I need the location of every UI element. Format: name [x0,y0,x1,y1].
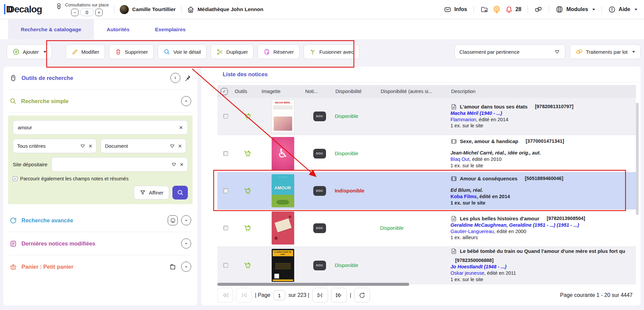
row-checkbox[interactable] [223,226,228,230]
page-label: | Page [255,292,270,298]
notice-title[interactable]: L'amour dans tous ses états [460,103,528,110]
first-page-button[interactable] [236,288,252,303]
supprimer-button[interactable]: Supprimer [109,44,154,59]
rewind-button[interactable] [217,288,233,303]
add-to-cart-icon[interactable] [244,150,252,158]
voir-detail-button[interactable]: Voir le détail [158,44,207,59]
expand-section-button[interactable] [181,215,191,225]
row-checkbox[interactable] [223,114,228,119]
add-to-cart-icon[interactable] [244,262,252,269]
collapse-panel-button[interactable] [170,73,180,83]
ajouter-button[interactable]: Ajouter [7,44,52,59]
author-link[interactable]: Jo Hoestlandt (1948 - ...) [450,264,634,270]
fusionner-button[interactable]: Fusionner avec [304,44,360,59]
table-row[interactable]: DOC Disponible Les plus belles histoires… [217,210,636,247]
consultations-count-input[interactable] [80,8,94,16]
publisher-link[interactable]: Gautier-Languereau [450,229,494,234]
table-row-selected[interactable]: — — — — AMOUR DOC Indisponible Amour & c… [217,172,636,210]
broadcast-icon[interactable] [493,5,501,13]
pin-icon[interactable] [184,74,191,82]
dupliquer-button[interactable]: Dupliquer [211,44,254,59]
saved-searches-button[interactable] [168,215,178,225]
plus-circle-icon [12,48,20,55]
refresh-button[interactable] [354,288,370,303]
affiner-button[interactable]: Affiner [134,186,169,200]
expand-section-button[interactable] [181,238,191,249]
clear-site-icon[interactable]: × [180,161,183,168]
recherche-simple-header[interactable]: Recherche simple [3,90,197,113]
page-number-input[interactable] [273,290,285,300]
envelope-icon [444,6,451,13]
cover-thumbnail[interactable]: Le bébé tombé du train [272,249,294,282]
table-row[interactable]: MACHA MÉRIL DOC Disponible L'amour dans … [217,98,636,135]
search-submit-button[interactable] [172,186,188,200]
chevron-down-icon [635,9,637,10]
notice-title[interactable]: Le bébé tombé du train ou Quand l'amour … [460,248,625,255]
add-to-cart-icon[interactable] [244,187,252,195]
notice-title[interactable]: Amour & conséquences [460,175,518,182]
current-user-menu[interactable]: Camille Tourtillier [120,5,176,14]
author-link[interactable]: Macha Méril (1940 - ...) [450,110,634,117]
history-icon [9,217,17,224]
dernieres-notices-header[interactable]: Dernières notices modifiées [3,232,197,255]
mouse-icon [9,74,17,82]
row-checkbox[interactable] [223,188,228,193]
folder-cloud-icon[interactable] [480,5,488,13]
current-site-menu[interactable]: Médiathèque John Lennon [187,6,263,13]
chevron-down-icon [44,51,46,53]
doctype-select[interactable]: Document × [101,139,186,153]
copies-info: 1 ex. sur le site [450,276,634,283]
cover-thumbnail[interactable]: — — — — AMOUR [272,174,294,207]
modifier-button[interactable]: Modifier [66,44,105,59]
link-icon[interactable] [534,5,542,13]
author-link[interactable]: Geraldine McCaughrean, Geraldine (1951 -… [450,222,634,228]
page-total-label: sur 223 | [288,292,309,298]
notice-title[interactable]: Sexe, amour & handicap [460,138,518,145]
select-all-checkbox[interactable]: ✓ [221,88,228,95]
cover-thumbnail[interactable] [272,212,294,245]
traitements-par-lot-button[interactable]: Traitements par lot [570,44,641,59]
tab-exemplaires[interactable]: Exemplaires [142,19,198,39]
table-row[interactable]: Le bébé tombé du train DOC Disponible Le… [217,247,636,284]
collapse-section-button[interactable] [181,96,191,106]
last-page-button[interactable] [312,288,328,303]
consultations-increment-button[interactable]: + [95,9,103,16]
add-to-cart-icon[interactable] [244,113,252,120]
publisher-link[interactable]: Blaq Out [450,157,469,162]
panier-view-button[interactable] [168,262,178,272]
fast-forward-button[interactable] [331,288,347,303]
publisher-link[interactable]: Flammarion [450,117,476,122]
consultations-decrement-button[interactable]: − [71,9,78,16]
notes-resumes-checkbox[interactable]: ✓ Parcourir également les champs notes e… [13,176,188,181]
chevron-down-icon [183,241,189,246]
vertical-scrollbar[interactable] [636,103,639,215]
infos-button[interactable]: Infos [444,6,467,13]
notice-title[interactable]: Les plus belles histoires d'amour [460,215,539,222]
aide-menu[interactable]: Aide [608,6,637,13]
clear-doctype-icon[interactable]: × [178,143,182,149]
notice-isbn: [9782081310797] [535,103,574,110]
notifications-button[interactable]: 28 [505,6,522,13]
clear-criteres-icon[interactable]: × [89,143,92,149]
cover-thumbnail[interactable]: MACHA MÉRIL [272,100,294,133]
row-checkbox[interactable] [223,263,228,268]
criteres-select[interactable]: Tous critères × [13,139,97,153]
table-row[interactable]: ♿ DOC Disponible Sexe, amour & handicap … [217,135,636,172]
tab-recherche-catalogage[interactable]: Recherche & catalogage [8,19,94,39]
site-depositaire-select[interactable]: × [51,157,188,172]
recherche-avancee-header[interactable]: Recherche avancée [3,209,197,232]
horizontal-scrollbar[interactable] [217,283,409,286]
publisher-link[interactable]: Koba Films [450,194,477,199]
modules-menu[interactable]: Modules [555,5,595,13]
publisher-link[interactable]: Oskar jeunesse [450,270,484,276]
expand-section-button[interactable] [181,262,191,272]
classement-select[interactable]: Classement par pertinence [454,44,565,59]
row-checkbox[interactable] [223,151,228,156]
panier-header[interactable]: Panier : Petit panier [3,255,197,278]
cover-thumbnail[interactable]: ♿ [272,137,294,170]
search-input[interactable] [18,125,179,130]
clear-search-icon[interactable]: × [179,124,183,131]
add-to-cart-icon[interactable] [244,224,252,232]
tab-autorites[interactable]: Autorités [94,19,142,39]
reserver-button[interactable]: Réserver [258,44,300,59]
